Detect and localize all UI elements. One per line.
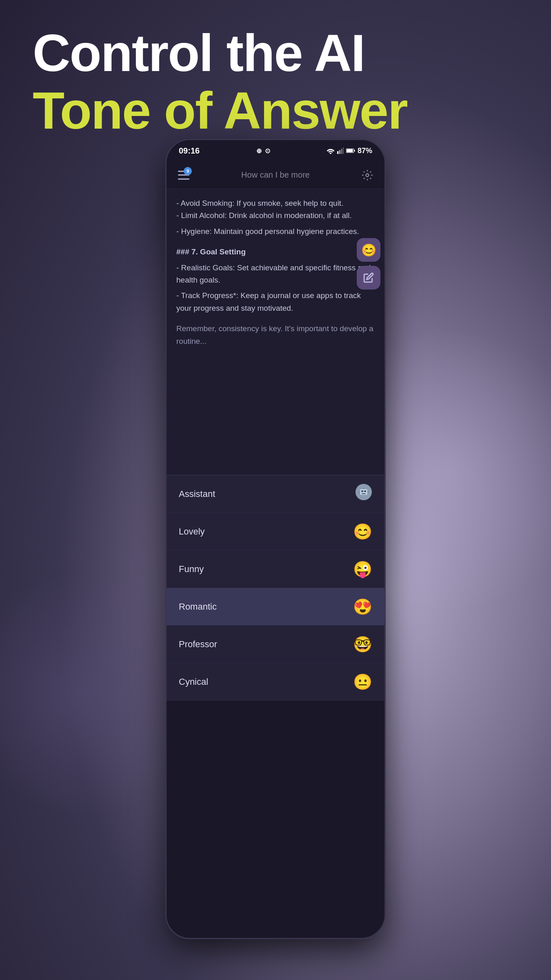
chat-area: - Avoid Smoking: If you smoke, seek help… [167, 189, 384, 475]
header-section: Control the AI Tone of Answer [33, 24, 518, 140]
tone-item-funny[interactable]: Funny 😜 [167, 550, 384, 588]
status-bar: 09:16 ⊕ ⊙ 87% [167, 140, 384, 161]
tone-emoji-romantic: 😍 [353, 598, 372, 616]
chat-line-4: - Realistic Goals: Set achievable and sp… [176, 262, 375, 287]
svg-rect-14 [358, 491, 360, 494]
chat-line-2: - Limit Alcohol: Drink alcohol in modera… [176, 209, 375, 222]
svg-rect-2 [341, 149, 342, 154]
tone-item-romantic[interactable]: Romantic 😍 [167, 588, 384, 626]
svg-rect-0 [337, 151, 338, 154]
tone-selector: Assistant Lovel [167, 475, 384, 701]
tone-label-professor: Professor [179, 639, 217, 650]
svg-rect-10 [361, 490, 363, 492]
tone-emoji-assistant [355, 483, 372, 504]
status-time: 09:16 [179, 146, 200, 156]
wifi-icon [327, 147, 335, 154]
tone-item-cynical[interactable]: Cynical 😐 [167, 663, 384, 701]
battery-percentage: 87% [358, 147, 372, 155]
svg-rect-12 [362, 493, 366, 494]
gear-icon [362, 169, 373, 181]
fab-container: 😊 [357, 238, 380, 290]
tone-label-lovely: Lovely [179, 526, 205, 537]
title-line1: Control the AI [33, 24, 518, 82]
tone-label-funny: Funny [179, 564, 204, 575]
signal-icon [337, 147, 344, 154]
svg-rect-5 [354, 150, 355, 151]
chat-section-title: ### 7. Goal Setting [176, 246, 375, 258]
svg-rect-15 [367, 491, 369, 494]
svg-point-7 [366, 174, 369, 176]
tone-emoji-cynical: 😐 [353, 673, 372, 691]
tone-item-assistant[interactable]: Assistant [167, 475, 384, 513]
tone-emoji-funny: 😜 [353, 560, 372, 578]
status-right-icons: 87% [327, 147, 372, 155]
tone-emoji-lovely: 😊 [353, 523, 372, 541]
chat-line-6: Remember, consistency is key. It's impor… [176, 323, 375, 347]
tone-label-cynical: Cynical [179, 677, 208, 687]
svg-rect-1 [339, 150, 340, 154]
app-header-title: How can I be more [241, 170, 310, 180]
tone-label-assistant: Assistant [179, 489, 215, 499]
phone-wrapper: 09:16 ⊕ ⊙ 87% [165, 139, 386, 939]
tone-label-romantic: Romantic [179, 601, 217, 612]
title-line2: Tone of Answer [33, 82, 518, 140]
robot-emoji [355, 483, 372, 501]
app-header: 9 How can I be more [167, 161, 384, 189]
status-notification-icons: ⊕ ⊙ [256, 147, 270, 155]
svg-rect-3 [343, 147, 344, 154]
chat-line-3: - Hygiene: Maintain good personal hygien… [176, 225, 375, 238]
notification-badge: 9 [184, 167, 192, 175]
tone-item-lovely[interactable]: Lovely 😊 [167, 513, 384, 550]
chat-text: - Avoid Smoking: If you smoke, seek help… [176, 197, 375, 347]
phone-body: 09:16 ⊕ ⊙ 87% [165, 139, 386, 939]
tone-emoji-professor: 🤓 [353, 635, 372, 653]
battery-icon [346, 148, 355, 153]
edit-fab-button[interactable] [357, 266, 380, 290]
camera-icon: ⊙ [265, 147, 270, 155]
tone-item-professor[interactable]: Professor 🤓 [167, 626, 384, 663]
svg-rect-6 [347, 149, 353, 152]
chat-line-5: - Track Progress*: Keep a journal or use… [176, 290, 375, 314]
svg-rect-11 [364, 490, 366, 492]
pencil-icon [363, 272, 374, 283]
chat-line-1: - Avoid Smoking: If you smoke, seek help… [176, 197, 375, 209]
settings-button[interactable] [358, 166, 376, 184]
menu-button[interactable]: 9 [175, 166, 193, 184]
svg-rect-13 [363, 488, 364, 489]
emoji-fab-button[interactable]: 😊 [357, 238, 380, 262]
chat-area-container: - Avoid Smoking: If you smoke, seek help… [167, 189, 384, 475]
whatsapp-icon: ⊕ [256, 147, 262, 155]
